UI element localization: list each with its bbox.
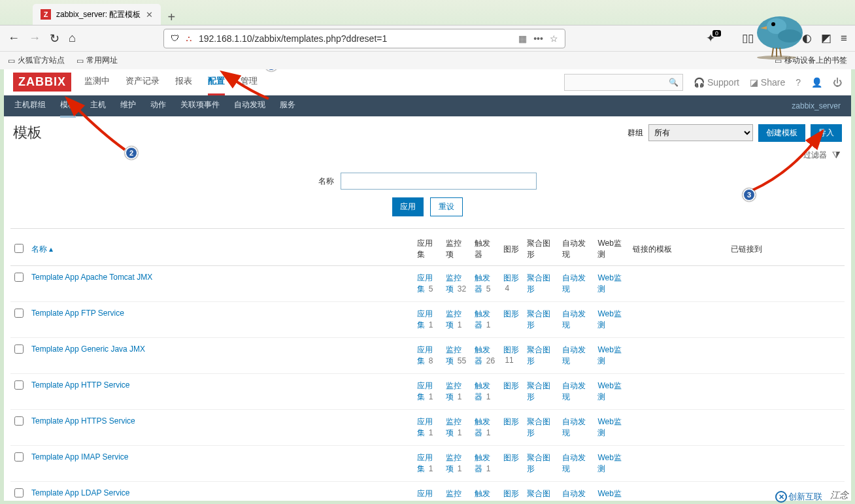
cell-triggers[interactable]: 触发器 1 <box>471 410 499 446</box>
cell-graphs[interactable]: 图形 <box>499 302 523 338</box>
cell-items[interactable]: 监控项 1 <box>442 446 471 482</box>
star-icon[interactable]: ☆ <box>550 33 558 44</box>
apply-button[interactable]: 应用 <box>392 197 424 216</box>
subnav-item-4[interactable]: 动作 <box>150 94 166 118</box>
cell-web[interactable]: Web监测 <box>594 410 629 446</box>
row-checkbox[interactable] <box>14 416 24 426</box>
cell-discovery[interactable]: 自动发现 <box>558 374 594 410</box>
template-link[interactable]: Template App Generic Java JMX <box>31 344 145 354</box>
group-select[interactable]: 所有 <box>648 124 753 141</box>
cell-screens[interactable]: 聚合图形 <box>523 338 558 374</box>
menu-item-0[interactable]: 监测中 <box>84 69 110 95</box>
template-link[interactable]: Template App HTTP Service <box>31 380 130 390</box>
subnav-item-7[interactable]: 服务 <box>280 94 295 118</box>
more-icon[interactable]: ••• <box>533 33 543 44</box>
cell-screens[interactable]: 聚合图形 <box>523 266 558 302</box>
cell-triggers[interactable]: 触发器 1 <box>471 302 499 338</box>
cell-web[interactable]: Web监测 <box>594 338 629 374</box>
qr-icon[interactable]: ▦ <box>518 33 527 44</box>
cell-items[interactable]: 监控项 32 <box>442 266 471 302</box>
cell-screens[interactable]: 聚合图形 <box>523 374 558 410</box>
forward-button[interactable]: → <box>29 31 41 45</box>
col-name[interactable]: 名称 ▴ <box>27 233 413 266</box>
name-filter-input[interactable] <box>341 173 537 190</box>
cell-items[interactable]: 监控项 1 <box>442 302 471 338</box>
cell-triggers[interactable]: 触发器 1 <box>471 374 499 410</box>
bookmark-common[interactable]: ▭常用网址 <box>76 55 118 66</box>
bookmark-firefox[interactable]: ▭火狐官方站点 <box>8 55 65 66</box>
cell-triggers[interactable]: 触发器 1 <box>471 482 499 501</box>
cell-web[interactable]: Web监测 <box>594 266 629 302</box>
template-link[interactable]: Template App HTTPS Service <box>31 416 135 426</box>
cell-web[interactable]: Web监测 <box>594 482 629 501</box>
cell-screens[interactable]: 聚合图形 <box>523 446 558 482</box>
row-checkbox[interactable] <box>14 380 24 390</box>
row-checkbox[interactable] <box>14 344 24 354</box>
menu-item-1[interactable]: 资产记录 <box>126 69 159 95</box>
help-icon[interactable]: ? <box>796 77 801 88</box>
cell-graphs[interactable]: 图形 <box>499 446 523 482</box>
cell-items[interactable]: 监控项 1 <box>442 410 471 446</box>
template-link[interactable]: Template App Apache Tomcat JMX <box>31 273 152 282</box>
reload-button[interactable]: ↻ <box>50 31 59 46</box>
reset-button[interactable]: 重设 <box>430 197 463 216</box>
cell-apps[interactable]: 应用集 1 <box>413 302 442 338</box>
url-bar[interactable]: 🛡 ⛬ 192.168.1.10/zabbix/templates.php?dd… <box>163 29 565 48</box>
row-checkbox[interactable] <box>14 488 24 497</box>
cell-triggers[interactable]: 触发器 5 <box>471 266 499 302</box>
cell-discovery[interactable]: 自动发现 <box>558 482 594 501</box>
cell-web[interactable]: Web监测 <box>594 446 629 482</box>
cell-apps[interactable]: 应用集 1 <box>413 446 442 482</box>
power-icon[interactable]: ⏻ <box>833 77 842 88</box>
search-input[interactable]: 🔍 <box>564 74 683 91</box>
subnav-item-5[interactable]: 关联项事件 <box>180 94 220 118</box>
cell-apps[interactable]: 应用集 1 <box>413 374 442 410</box>
cell-graphs[interactable]: 图形 <box>499 374 523 410</box>
cell-discovery[interactable]: 自动发现 <box>558 266 594 302</box>
filter-icon[interactable]: ⧩ <box>832 149 841 161</box>
template-link[interactable]: Template App LDAP Service <box>31 488 130 497</box>
cell-apps[interactable]: 应用集 1 <box>413 482 442 501</box>
browser-tab[interactable]: Z zabbix_server: 配置模板 ✕ <box>33 4 161 25</box>
select-all-checkbox[interactable] <box>14 244 24 253</box>
support-link[interactable]: 🎧 Support <box>694 77 739 88</box>
menu-item-3[interactable]: 配置 <box>208 69 225 95</box>
cell-discovery[interactable]: 自动发现 <box>558 446 594 482</box>
share-link[interactable]: ◪ Share <box>750 77 785 88</box>
menu-item-2[interactable]: 报表 <box>175 69 192 95</box>
row-checkbox[interactable] <box>14 309 24 318</box>
home-button[interactable]: ⌂ <box>69 31 76 45</box>
row-checkbox[interactable] <box>14 273 24 282</box>
cell-graphs[interactable]: 图形 <box>499 410 523 446</box>
cell-triggers[interactable]: 触发器 26 <box>471 338 499 374</box>
cell-apps[interactable]: 应用集 1 <box>413 410 442 446</box>
cell-graphs[interactable]: 图形 11 <box>499 338 523 374</box>
ext4-icon[interactable]: ◩ <box>821 31 831 45</box>
subnav-item-0[interactable]: 主机群组 <box>14 94 46 118</box>
cell-discovery[interactable]: 自动发现 <box>558 338 594 374</box>
row-checkbox[interactable] <box>14 452 24 462</box>
zabbix-logo[interactable]: ZABBIX <box>13 73 71 92</box>
cell-screens[interactable]: 聚合图形 <box>523 302 558 338</box>
cell-apps[interactable]: 应用集 8 <box>413 338 442 374</box>
close-icon[interactable]: ✕ <box>146 10 153 20</box>
cell-screens[interactable]: 聚合图形 <box>523 482 558 501</box>
menu-icon[interactable]: ≡ <box>841 32 847 45</box>
user-icon[interactable]: 👤 <box>811 77 822 88</box>
cell-items[interactable]: 监控项 1 <box>442 374 471 410</box>
cell-web[interactable]: Web监测 <box>594 374 629 410</box>
cell-discovery[interactable]: 自动发现 <box>558 302 594 338</box>
cell-triggers[interactable]: 触发器 1 <box>471 446 499 482</box>
cell-graphs[interactable]: 图形 4 <box>499 266 523 302</box>
cell-items[interactable]: 监控项 1 <box>442 482 471 501</box>
cell-graphs[interactable]: 图形 <box>499 482 523 501</box>
template-link[interactable]: Template App FTP Service <box>31 309 124 318</box>
cell-screens[interactable]: 聚合图形 <box>523 410 558 446</box>
back-button[interactable]: ← <box>8 31 20 45</box>
cell-items[interactable]: 监控项 55 <box>442 338 471 374</box>
new-tab-button[interactable]: + <box>167 10 175 25</box>
cell-discovery[interactable]: 自动发现 <box>558 410 594 446</box>
template-link[interactable]: Template App IMAP Service <box>31 452 129 462</box>
cell-web[interactable]: Web监测 <box>594 302 629 338</box>
cell-apps[interactable]: 应用集 5 <box>413 266 442 302</box>
